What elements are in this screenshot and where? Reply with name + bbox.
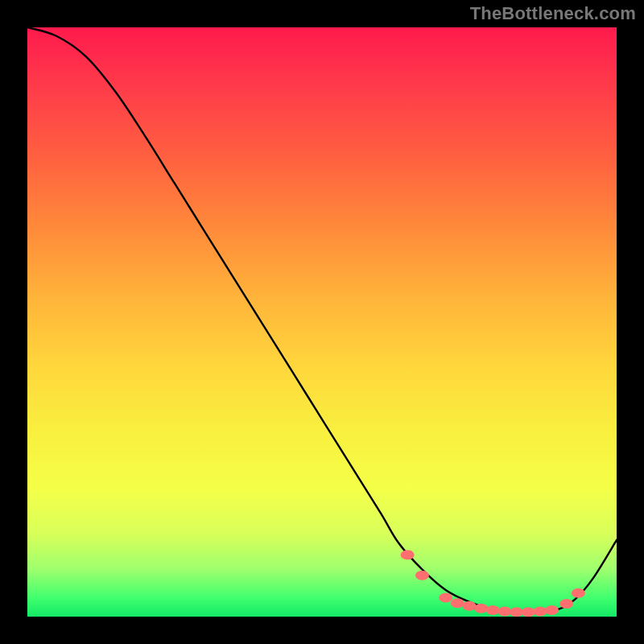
data-marker <box>401 550 415 559</box>
data-marker <box>451 598 464 608</box>
data-marker <box>474 604 488 613</box>
chart-container: TheBottleneck.com <box>0 0 644 644</box>
data-marker <box>533 606 547 616</box>
data-marker <box>486 605 500 615</box>
data-marker <box>463 601 477 611</box>
data-marker <box>415 571 429 580</box>
data-marker <box>522 607 535 617</box>
chart-svg <box>27 27 617 617</box>
data-marker <box>510 607 523 617</box>
plot-area <box>27 27 617 617</box>
data-marker <box>497 606 511 616</box>
data-marker <box>545 605 559 615</box>
data-marker <box>559 599 573 609</box>
watermark-text: TheBottleneck.com <box>470 3 636 24</box>
data-marker <box>439 593 452 603</box>
performance-curve <box>27 27 617 613</box>
data-marker <box>572 588 585 598</box>
data-markers <box>401 550 585 617</box>
